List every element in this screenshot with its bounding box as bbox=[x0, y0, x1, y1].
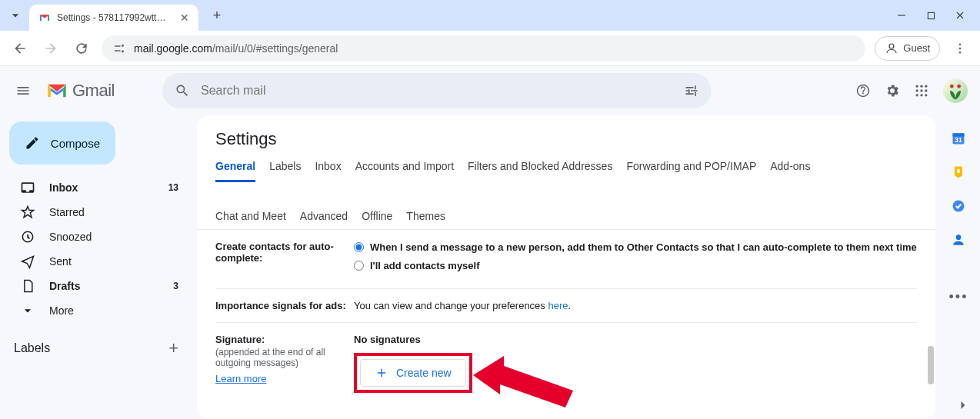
send-icon bbox=[20, 254, 35, 269]
no-signatures-text: No signatures bbox=[354, 334, 917, 345]
svg-point-6 bbox=[916, 85, 918, 88]
radio-add-myself[interactable] bbox=[354, 261, 364, 271]
tab-chat-and-meet[interactable]: Chat and Meet bbox=[215, 210, 286, 230]
expand-side-panel-button[interactable] bbox=[955, 397, 971, 413]
page-title: Settings bbox=[197, 129, 935, 157]
account-avatar[interactable] bbox=[943, 78, 968, 103]
scrollbar-thumb[interactable] bbox=[928, 346, 934, 384]
more-addons-button[interactable]: ••• bbox=[949, 289, 968, 305]
reload-button[interactable] bbox=[71, 38, 92, 59]
tab-offline[interactable]: Offline bbox=[362, 210, 392, 230]
tab-themes[interactable]: Themes bbox=[406, 210, 445, 230]
tab-list-dropdown[interactable] bbox=[6, 6, 25, 25]
new-tab-button[interactable]: + bbox=[206, 5, 228, 26]
sidebar-item-snoozed[interactable]: Snoozed bbox=[9, 224, 188, 249]
forward-button[interactable] bbox=[40, 38, 62, 59]
browser-menu-button[interactable] bbox=[949, 42, 971, 55]
main-menu-button[interactable] bbox=[12, 83, 34, 98]
tab-add-ons[interactable]: Add-ons bbox=[770, 160, 810, 182]
profile-chip[interactable]: Guest bbox=[875, 36, 940, 61]
clock-icon bbox=[20, 229, 35, 244]
svg-point-4 bbox=[959, 51, 962, 53]
tab-accounts-and-import[interactable]: Accounts and Import bbox=[355, 160, 454, 182]
svg-point-12 bbox=[916, 94, 918, 96]
radio-auto-add-contacts[interactable] bbox=[354, 242, 364, 252]
search-icon bbox=[175, 83, 190, 98]
close-tab-button[interactable]: ✕ bbox=[180, 12, 189, 24]
apps-icon[interactable] bbox=[914, 83, 929, 98]
tab-advanced[interactable]: Advanced bbox=[300, 210, 348, 230]
hamburger-icon bbox=[15, 83, 31, 98]
settings-tabs: GeneralLabelsInboxAccounts and ImportFil… bbox=[197, 157, 935, 230]
radio-label: I'll add contacts myself bbox=[370, 259, 480, 273]
learn-more-link[interactable]: Learn more bbox=[215, 373, 346, 384]
arrow-left-icon bbox=[12, 41, 28, 56]
file-icon bbox=[20, 278, 35, 294]
svg-point-8 bbox=[925, 85, 927, 88]
settings-panel: Settings GeneralLabelsInboxAccounts and … bbox=[197, 115, 935, 419]
close-window-button[interactable] bbox=[952, 11, 968, 20]
svg-point-9 bbox=[916, 89, 918, 91]
compose-button[interactable]: Compose bbox=[9, 121, 115, 165]
url-text: mail.google.com/mail/u/0/#settings/gener… bbox=[134, 42, 338, 55]
sidebar-item-drafts[interactable]: Drafts3 bbox=[9, 274, 188, 298]
setting-label: Create contacts for auto-complete: bbox=[215, 241, 354, 278]
gmail-header: Gmail bbox=[0, 66, 980, 115]
setting-signature: Signature: (appended at the end of all o… bbox=[215, 323, 917, 404]
svg-point-11 bbox=[925, 89, 927, 91]
profile-label: Guest bbox=[903, 42, 930, 54]
gmail-logo-icon bbox=[46, 80, 68, 101]
gear-icon[interactable] bbox=[885, 83, 900, 98]
svg-point-13 bbox=[920, 94, 922, 96]
back-button[interactable] bbox=[9, 38, 31, 59]
svg-point-1 bbox=[889, 44, 894, 48]
search-input[interactable] bbox=[201, 84, 673, 98]
browser-tab[interactable]: Settings - 578117992wtt@gm ✕ bbox=[29, 5, 198, 31]
tab-filters-and-blocked-addresses[interactable]: Filters and Blocked Addresses bbox=[468, 160, 612, 182]
labels-heading-row: Labels + bbox=[9, 338, 188, 358]
svg-point-23 bbox=[956, 234, 962, 240]
tab-title: Settings - 578117992wtt@gm bbox=[57, 12, 174, 23]
app-body: Compose Inbox13StarredSnoozedSentDrafts3… bbox=[0, 115, 980, 419]
gmail-favicon-icon bbox=[38, 12, 51, 24]
search-bar[interactable] bbox=[162, 73, 712, 108]
svg-point-15 bbox=[950, 85, 954, 88]
help-icon[interactable] bbox=[855, 83, 871, 98]
tune-icon[interactable] bbox=[684, 83, 699, 98]
sidebar-item-starred[interactable]: Starred bbox=[9, 200, 188, 224]
star-icon bbox=[20, 205, 35, 220]
setting-contacts: Create contacts for auto-complete: When … bbox=[215, 230, 917, 289]
setting-label: Importance signals for ads: bbox=[215, 300, 354, 311]
minimize-button[interactable] bbox=[894, 11, 909, 20]
tab-forwarding-and-pop-imap[interactable]: Forwarding and POP/IMAP bbox=[626, 160, 756, 182]
setting-label: Signature: (appended at the end of all o… bbox=[215, 334, 354, 393]
calendar-icon[interactable]: 31 bbox=[951, 131, 966, 146]
ads-preferences-link[interactable]: here bbox=[548, 300, 568, 311]
compose-label: Compose bbox=[51, 137, 100, 150]
svg-text:31: 31 bbox=[955, 136, 962, 144]
svg-point-7 bbox=[920, 85, 922, 88]
tasks-icon[interactable] bbox=[951, 198, 966, 214]
sidebar: Compose Inbox13StarredSnoozedSentDrafts3… bbox=[0, 115, 197, 419]
tab-labels[interactable]: Labels bbox=[269, 160, 301, 182]
sidebar-item-more[interactable]: More bbox=[9, 298, 188, 323]
contacts-icon[interactable] bbox=[951, 232, 966, 248]
create-signature-button[interactable]: Create new bbox=[360, 359, 466, 387]
maximize-button[interactable] bbox=[923, 11, 938, 20]
add-label-button[interactable]: + bbox=[168, 338, 178, 358]
svg-point-16 bbox=[957, 85, 961, 88]
tab-inbox[interactable]: Inbox bbox=[315, 160, 341, 182]
inbox-icon bbox=[20, 180, 35, 195]
address-bar[interactable]: mail.google.com/mail/u/0/#settings/gener… bbox=[102, 35, 865, 62]
radio-label: When I send a message to a new person, a… bbox=[370, 241, 917, 254]
pencil-icon bbox=[25, 135, 40, 151]
sidebar-item-inbox[interactable]: Inbox13 bbox=[9, 175, 188, 200]
svg-point-10 bbox=[920, 89, 922, 91]
sidebar-item-sent[interactable]: Sent bbox=[9, 249, 188, 274]
kebab-icon bbox=[953, 42, 967, 55]
tab-general[interactable]: General bbox=[215, 160, 255, 182]
keep-icon[interactable] bbox=[951, 165, 966, 180]
annotation-highlight: Create new bbox=[354, 353, 472, 393]
gmail-brand[interactable]: Gmail bbox=[46, 80, 115, 101]
svg-point-3 bbox=[959, 47, 962, 49]
